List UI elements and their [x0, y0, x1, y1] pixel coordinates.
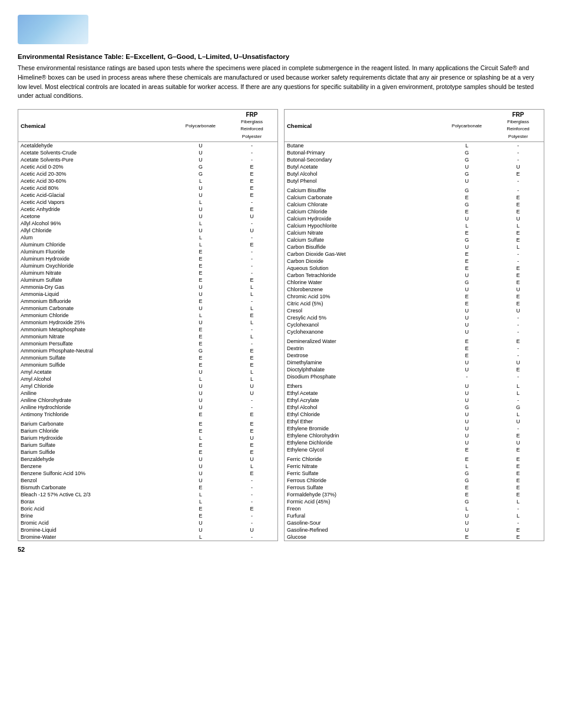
frp-value: E	[226, 312, 277, 319]
table-row: Brine E -	[18, 512, 277, 519]
chemical-name: Ferric Sulfate	[285, 470, 441, 477]
table-row: Cresol U U	[285, 307, 544, 314]
chemical-name: Dextrose	[285, 352, 441, 359]
frp-value: U	[226, 526, 277, 533]
table-row: Ferrous Chloride G E	[285, 477, 544, 484]
pc-value: U	[175, 404, 226, 411]
table-row: Boric Acid E E	[18, 505, 277, 512]
frp-value: -	[492, 352, 544, 359]
table-row: Disodium Phosphate - -	[285, 373, 544, 380]
frp-value: U	[226, 227, 277, 234]
chemical-name: Ferrous Chloride	[285, 477, 441, 484]
table-row: Aluminum Sulfate E E	[18, 276, 277, 284]
frp-value: -	[226, 220, 277, 227]
frp-value: -	[226, 326, 277, 333]
chemical-name: Ammonium Sulfide	[18, 361, 175, 368]
pc-value: E	[441, 258, 492, 265]
chemical-name: Ferrous Sulfate	[285, 484, 441, 491]
pc-value: U	[441, 272, 492, 279]
table-row: Acetic Acid Vapors L -	[18, 199, 277, 206]
frp-value: E	[492, 463, 544, 470]
table-row: Barium Chloride E E	[18, 427, 277, 434]
frp-value: L	[226, 319, 277, 326]
right-col3-header: FRP Fiberglass Reinforced Polyester	[492, 110, 544, 142]
pc-value: L	[175, 375, 226, 383]
table-row: Bromine-Water L -	[18, 533, 277, 541]
chemical-name: Barium Sulfate	[18, 442, 175, 449]
pc-value: L	[175, 234, 226, 241]
table-row: Dextrin E -	[285, 345, 544, 352]
table-row: Dimethylamine U U	[285, 359, 544, 366]
table-row: Ethylene Bromide U -	[285, 425, 544, 432]
chemical-name: Aniline	[18, 390, 175, 397]
chemical-name: Allyl Chloride	[18, 227, 175, 234]
pc-value: U	[175, 519, 226, 526]
pc-value: U	[441, 177, 492, 185]
frp-value: E	[226, 354, 277, 361]
pc-value: G	[175, 163, 226, 170]
table-row: Calcium Chlorate G E	[285, 201, 544, 208]
pc-value: E	[175, 269, 226, 276]
frp-value: E	[492, 446, 544, 453]
chemical-name: Calcium Bisulfite	[285, 185, 441, 194]
table-row: Allyl Alcohol 96% L -	[18, 220, 277, 227]
table-row: Benzene U L	[18, 463, 277, 470]
chemical-name: Ammonium Nitrate	[18, 333, 175, 340]
pc-value: U	[175, 368, 226, 375]
pc-value: E	[175, 298, 226, 305]
table-row: Barium Sulfate E E	[18, 442, 277, 449]
pc-value: L	[175, 491, 226, 498]
table-row: Barium Hydroxide L U	[18, 434, 277, 442]
table-row: Aluminum Nitrate E -	[18, 269, 277, 276]
chemical-name: Benzene	[18, 463, 175, 470]
pc-value: U	[441, 321, 492, 328]
table-row: Ferrous Sulfate E E	[285, 484, 544, 491]
pc-value: U	[175, 526, 226, 533]
table-row: Ferric Chloride E E	[285, 453, 544, 463]
table-row: Ammonium Phosphate-Neutral G E	[18, 347, 277, 354]
frp-value: -	[492, 314, 544, 321]
frp-value: -	[492, 142, 544, 150]
pc-value: G	[441, 498, 492, 505]
chemical-name: Aluminum Sulfate	[18, 276, 175, 284]
chemical-name: Bleach -12 57% Active CL 2/3	[18, 491, 175, 498]
table-row: Bleach -12 57% Active CL 2/3 L -	[18, 491, 277, 498]
chemical-name: Calcium Chloride	[285, 208, 441, 215]
frp-value: E	[492, 533, 544, 541]
pc-value: E	[175, 505, 226, 512]
table-row: Chlorobenzene U U	[285, 286, 544, 293]
table-row: Formaldehyde (37%) E E	[285, 491, 544, 498]
table-row: Cyclohexanone U -	[285, 328, 544, 335]
table-row: Butonal-Secondary G -	[285, 156, 544, 163]
table-row: Chromic Acid 10% E E	[285, 293, 544, 300]
pc-value: L	[441, 142, 492, 150]
pc-value: U	[175, 477, 226, 484]
logo-area	[18, 12, 544, 47]
pc-value: U	[441, 307, 492, 314]
table-row: Acetic Acid-Glacial U E	[18, 192, 277, 199]
pc-value: U	[441, 286, 492, 293]
frp-value: U	[226, 390, 277, 397]
frp-value: -	[226, 248, 277, 255]
frp-value: -	[226, 298, 277, 305]
frp-value: -	[226, 262, 277, 269]
chemical-name: Carbon Bisulfide	[285, 243, 441, 251]
pc-value: G	[441, 477, 492, 484]
frp-value: E	[492, 170, 544, 177]
table-row: Aniline U U	[18, 390, 277, 397]
pc-value: E	[175, 442, 226, 449]
table-row: Aluminum Oxychloride E -	[18, 262, 277, 269]
chemical-name: Formic Acid (45%)	[285, 498, 441, 505]
frp-value: L	[492, 390, 544, 397]
chemical-name: Ethylene Glycol	[285, 446, 441, 453]
frp-value: E	[226, 418, 277, 427]
frp-value: -	[492, 373, 544, 380]
table-row: Butonal-Primary G -	[285, 149, 544, 156]
table-row: Antimony Trichloride E E	[18, 411, 277, 418]
frp-value: -	[492, 321, 544, 328]
pc-value: G	[441, 201, 492, 208]
table-row: Ethylene Dichloride U U	[285, 439, 544, 446]
frp-value: E	[226, 185, 277, 192]
pc-value: E	[175, 354, 226, 361]
table-row: Ammonium Sulfide E E	[18, 361, 277, 368]
